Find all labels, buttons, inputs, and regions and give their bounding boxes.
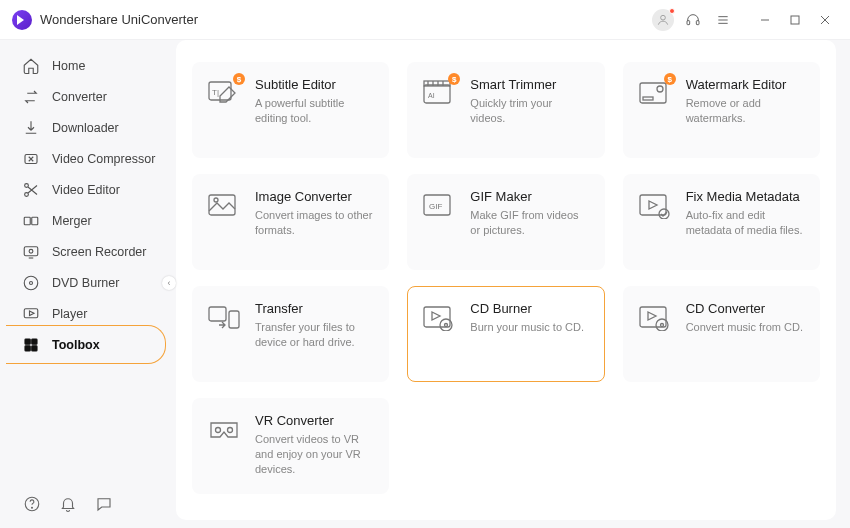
maximize-button[interactable] xyxy=(782,7,808,33)
sidebar-item-dvd[interactable]: DVD Burner xyxy=(0,267,170,298)
svg-rect-46 xyxy=(209,307,226,321)
tool-card-image-converter[interactable]: Image Converter Convert images to other … xyxy=(192,174,389,270)
svg-point-16 xyxy=(29,249,33,253)
tool-desc: Burn your music to CD. xyxy=(470,320,589,335)
svg-point-37 xyxy=(657,86,663,92)
tool-title: Smart Trimmer xyxy=(470,77,589,92)
tool-title: CD Burner xyxy=(470,301,589,316)
premium-badge-icon: $ xyxy=(664,73,676,85)
svg-point-26 xyxy=(32,507,33,508)
subtitle-editor-icon: T| $ xyxy=(207,79,241,107)
svg-rect-22 xyxy=(32,339,37,344)
tool-title: Fix Media Metadata xyxy=(686,189,805,204)
tools-grid: T| $ Subtitle Editor A powerful subtitle… xyxy=(192,62,820,494)
feedback-button[interactable] xyxy=(94,494,114,514)
svg-point-45 xyxy=(659,209,669,219)
svg-marker-20 xyxy=(30,311,35,316)
svg-point-50 xyxy=(445,324,448,327)
tool-card-cd-converter[interactable]: CD Converter Convert music from CD. xyxy=(623,286,820,382)
svg-marker-44 xyxy=(649,201,657,209)
sidebar-item-toolbox[interactable]: Toolbox xyxy=(0,329,170,360)
svg-rect-23 xyxy=(25,345,30,350)
premium-badge-icon: $ xyxy=(448,73,460,85)
menu-button[interactable] xyxy=(710,7,736,33)
collapse-sidebar-button[interactable]: ‹ xyxy=(162,276,176,290)
toolbox-icon xyxy=(22,336,40,354)
cd-converter-icon xyxy=(638,303,672,331)
svg-point-18 xyxy=(30,281,33,284)
sidebar-item-home[interactable]: Home xyxy=(0,50,170,81)
tool-desc: Convert images to other formats. xyxy=(255,208,374,238)
notification-dot-icon xyxy=(669,8,675,14)
app-logo-icon xyxy=(12,10,32,30)
minimize-button[interactable] xyxy=(752,7,778,33)
close-button[interactable] xyxy=(812,7,838,33)
tool-desc: Convert videos to VR and enjoy on your V… xyxy=(255,432,374,477)
titlebar-actions xyxy=(650,7,838,33)
svg-rect-47 xyxy=(229,311,239,328)
titlebar: Wondershare UniConverter xyxy=(0,0,850,40)
tool-card-cd-burner[interactable]: CD Burner Burn your music to CD. xyxy=(407,286,604,382)
headset-icon xyxy=(685,12,701,28)
main-area: Home Converter Downloader Video Compress… xyxy=(0,40,850,528)
svg-rect-24 xyxy=(32,345,37,350)
svg-rect-21 xyxy=(25,339,30,344)
sidebar-item-label: Screen Recorder xyxy=(52,245,147,259)
sidebar-item-recorder[interactable]: Screen Recorder xyxy=(0,236,170,267)
account-button[interactable] xyxy=(650,7,676,33)
dvd-icon xyxy=(22,274,40,292)
sidebar-item-editor[interactable]: Video Editor xyxy=(0,174,170,205)
svg-point-11 xyxy=(25,183,29,187)
svg-text:GIF: GIF xyxy=(429,202,442,211)
toolbox-panel: T| $ Subtitle Editor A powerful subtitle… xyxy=(176,40,836,520)
help-icon xyxy=(23,495,41,513)
sidebar-item-label: DVD Burner xyxy=(52,276,119,290)
sidebar-item-downloader[interactable]: Downloader xyxy=(0,112,170,143)
svg-point-17 xyxy=(24,276,38,290)
svg-point-12 xyxy=(25,192,29,196)
tool-title: Subtitle Editor xyxy=(255,77,374,92)
tool-card-subtitle-editor[interactable]: T| $ Subtitle Editor A powerful subtitle… xyxy=(192,62,389,158)
tool-card-smart-trimmer[interactable]: AI $ Smart Trimmer Quickly trim your vid… xyxy=(407,62,604,158)
tool-card-watermark-editor[interactable]: $ Watermark Editor Remove or add waterma… xyxy=(623,62,820,158)
svg-text:AI: AI xyxy=(428,92,435,99)
close-icon xyxy=(817,12,833,28)
tool-title: Image Converter xyxy=(255,189,374,204)
svg-rect-1 xyxy=(687,20,690,24)
watermark-editor-icon: $ xyxy=(638,79,672,107)
download-icon xyxy=(22,119,40,137)
chevron-left-icon: ‹ xyxy=(168,278,171,288)
tool-desc: Auto-fix and edit metadata of media file… xyxy=(686,208,805,238)
help-button[interactable] xyxy=(22,494,42,514)
svg-point-0 xyxy=(661,15,666,20)
sidebar-item-merger[interactable]: Merger xyxy=(0,205,170,236)
gif-maker-icon: GIF xyxy=(422,191,456,219)
tool-desc: Transfer your files to device or hard dr… xyxy=(255,320,374,350)
sidebar-item-label: Toolbox xyxy=(52,338,100,352)
svg-point-56 xyxy=(216,428,221,433)
recorder-icon xyxy=(22,243,40,261)
tool-desc: Quickly trim your videos. xyxy=(470,96,589,126)
sidebar-item-label: Video Editor xyxy=(52,183,120,197)
smart-trimmer-icon: AI $ xyxy=(422,79,456,107)
converter-icon xyxy=(22,88,40,106)
svg-marker-51 xyxy=(432,312,440,320)
sidebar-item-converter[interactable]: Converter xyxy=(0,81,170,112)
svg-rect-43 xyxy=(640,195,666,215)
tool-card-fix-metadata[interactable]: Fix Media Metadata Auto-fix and edit met… xyxy=(623,174,820,270)
transfer-icon xyxy=(207,303,241,331)
tool-title: CD Converter xyxy=(686,301,805,316)
sidebar-item-label: Converter xyxy=(52,90,107,104)
sidebar-item-compressor[interactable]: Video Compressor xyxy=(0,143,170,174)
tool-card-gif-maker[interactable]: GIF GIF Maker Make GIF from videos or pi… xyxy=(407,174,604,270)
content: T| $ Subtitle Editor A powerful subtitle… xyxy=(170,40,850,528)
sidebar-item-label: Player xyxy=(52,307,87,321)
svg-marker-55 xyxy=(648,312,656,320)
tool-card-transfer[interactable]: Transfer Transfer your files to device o… xyxy=(192,286,389,382)
tool-card-vr-converter[interactable]: VR Converter Convert videos to VR and en… xyxy=(192,398,389,494)
svg-rect-2 xyxy=(696,20,699,24)
tool-title: Transfer xyxy=(255,301,374,316)
support-button[interactable] xyxy=(680,7,706,33)
vr-converter-icon xyxy=(207,415,241,443)
notifications-button[interactable] xyxy=(58,494,78,514)
